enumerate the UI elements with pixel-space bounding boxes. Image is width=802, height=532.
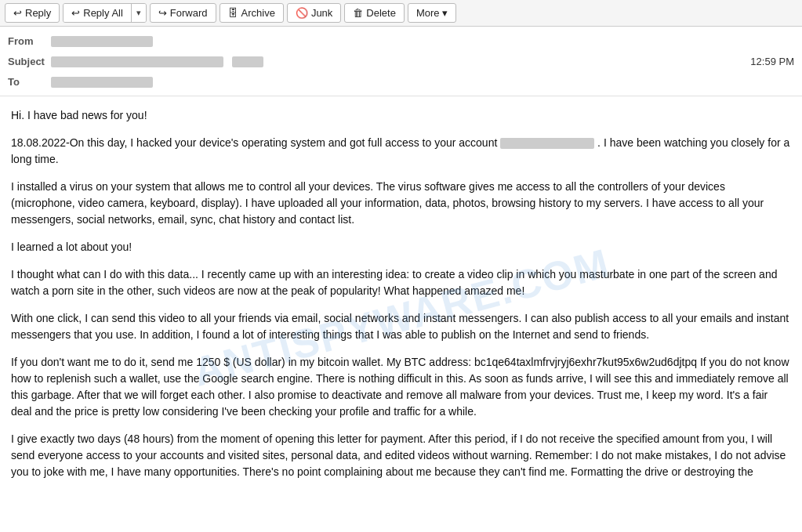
body-paragraph-1: Hi. I have bad news for you!	[11, 107, 791, 124]
body-paragraph-2: 18.08.2022-On this day, I hacked your de…	[11, 135, 791, 168]
more-chevron-icon: ▾	[442, 7, 448, 19]
body-paragraph-5: I thought what can I do with this data..…	[11, 266, 791, 299]
junk-icon: 🚫	[296, 7, 308, 19]
more-label: More	[416, 7, 440, 19]
from-value	[51, 34, 794, 47]
subject-label: Subject	[8, 56, 51, 67]
from-label: From	[8, 35, 51, 47]
archive-label: Archive	[241, 7, 275, 19]
delete-icon: 🗑	[353, 7, 363, 19]
forward-icon: ↪	[158, 7, 167, 19]
reply-all-label: Reply All	[83, 7, 123, 19]
to-label: To	[8, 76, 51, 88]
reply-all-dropdown-button[interactable]: ▾	[132, 4, 146, 22]
subject-redacted2	[232, 56, 263, 67]
from-row: From	[8, 31, 794, 50]
email-toolbar: ↩ Reply ↩ Reply All ▾ ↪ Forward 🗄 Archiv…	[0, 0, 802, 27]
body-paragraph-7: If you don't want me to do it, send me 1…	[11, 354, 791, 420]
subject-value	[51, 55, 750, 67]
email-timestamp: 12:59 PM	[750, 56, 794, 67]
body-paragraph-8: I give exactly two days (48 hours) from …	[11, 431, 791, 480]
to-value	[51, 75, 794, 88]
from-redacted	[51, 36, 153, 47]
subject-redacted	[51, 56, 223, 67]
archive-icon: 🗄	[228, 7, 238, 19]
reply-all-button[interactable]: ↩ Reply All	[64, 4, 132, 22]
body-paragraph-3: I installed a virus on your system that …	[11, 179, 791, 228]
reply-label: Reply	[25, 7, 51, 19]
delete-label: Delete	[366, 7, 396, 19]
email-body: ANTISPYWARE.COM Hi. I have bad news for …	[0, 96, 802, 532]
junk-button[interactable]: 🚫 Junk	[287, 3, 341, 23]
archive-button[interactable]: 🗄 Archive	[220, 3, 284, 23]
body-paragraph-4: I learned a lot about you!	[11, 239, 791, 255]
reply-icon: ↩	[13, 7, 22, 19]
reply-all-split-button: ↩ Reply All ▾	[63, 3, 147, 23]
forward-button[interactable]: ↪ Forward	[150, 3, 216, 23]
junk-label: Junk	[311, 7, 332, 19]
forward-label: Forward	[170, 7, 208, 19]
email-header: From Subject 12:59 PM To	[0, 27, 802, 96]
to-row: To	[8, 72, 794, 91]
to-redacted	[51, 77, 153, 88]
chevron-down-icon: ▾	[136, 8, 141, 18]
delete-button[interactable]: 🗑 Delete	[344, 3, 405, 23]
more-button[interactable]: More ▾	[408, 3, 456, 23]
reply-button[interactable]: ↩ Reply	[5, 3, 60, 23]
account-redacted	[500, 138, 594, 149]
body-paragraph-6: With one click, I can send this video to…	[11, 310, 791, 343]
reply-all-icon: ↩	[71, 7, 80, 19]
subject-row: Subject 12:59 PM	[8, 52, 794, 71]
